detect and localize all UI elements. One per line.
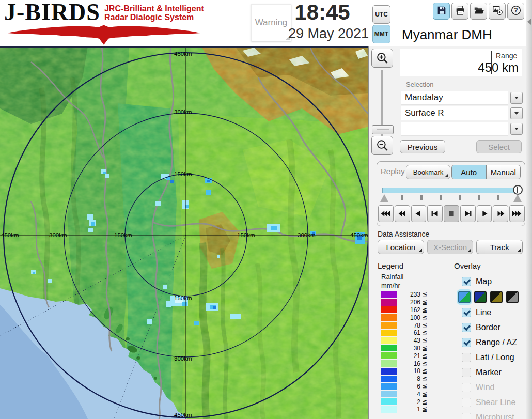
radar-map[interactable]: 450km300km150km150km300km450km450km300km… <box>0 46 368 419</box>
line-checkbox[interactable] <box>462 308 471 317</box>
save-button[interactable] <box>433 3 450 20</box>
replay-panel: Replay Bookmark Auto Manual <box>377 161 525 226</box>
open-folder-button[interactable] <box>470 3 487 20</box>
map-theme-blue-green[interactable] <box>458 291 471 303</box>
legend-color-swatch <box>381 291 397 298</box>
step-forward-button[interactable] <box>460 205 476 222</box>
data-assistance-buttons: LocationX-SectionTrack <box>378 240 523 254</box>
site-dropdown-value[interactable]: Mandalay <box>401 91 508 105</box>
timeline-tick <box>459 195 461 200</box>
legend-color-swatch <box>381 376 397 382</box>
rewind-fast-icon <box>380 210 392 218</box>
forward-button[interactable] <box>493 205 508 222</box>
range-az-checkbox[interactable] <box>462 338 471 347</box>
legend-item: 233≦ <box>381 291 441 299</box>
lte-symbol: ≦ <box>422 406 427 413</box>
legend-item: 162≦ <box>381 306 441 314</box>
site-dropdown: Mandalay <box>401 91 526 105</box>
product-dropdown-button[interactable] <box>510 107 523 119</box>
range-label-300km: 300km <box>174 109 192 115</box>
manual-mode-button[interactable]: Manual <box>487 165 521 179</box>
border-checkbox[interactable] <box>462 323 471 332</box>
replay-timeline[interactable] <box>382 188 519 193</box>
overlay-item-label: Microburst <box>476 413 514 419</box>
legend-value: 10 <box>403 367 420 375</box>
play-back-button[interactable] <box>411 205 427 222</box>
legend-item: 4≦ <box>381 390 441 398</box>
previous-button[interactable]: Previous <box>400 140 445 153</box>
selection-label: Selection <box>406 81 433 88</box>
overlay-item-label: Marker <box>476 368 502 377</box>
zoom-out-button[interactable] <box>371 136 393 155</box>
legend-value: 61 <box>403 329 420 336</box>
option-dropdown <box>401 122 526 136</box>
chevron-down-icon <box>514 128 519 130</box>
legend-item: 61≦ <box>381 329 441 337</box>
legend-color-swatch <box>381 322 397 329</box>
microburst-checkbox[interactable] <box>462 413 471 419</box>
map-checkbox[interactable] <box>462 277 471 286</box>
select-button[interactable]: Select <box>476 140 522 153</box>
lte-symbol: ≦ <box>422 306 427 314</box>
overlay-item-marker: Marker <box>453 365 526 380</box>
logo-tagline-1: JRC-Brilliant & Intelligent <box>104 4 204 13</box>
legend-color-swatch <box>381 360 397 367</box>
print-button[interactable] <box>451 3 468 20</box>
legend-item: 2≦ <box>381 398 441 406</box>
map-theme-navy-darkgreen[interactable] <box>474 291 487 303</box>
lte-symbol: ≦ <box>422 367 427 375</box>
zoom-in-icon <box>375 52 389 65</box>
site-dropdown-button[interactable] <box>510 92 523 104</box>
map-theme-black-gray[interactable] <box>506 291 519 303</box>
lte-symbol: ≦ <box>422 375 427 382</box>
zoom-slider-handle[interactable] <box>372 125 394 134</box>
timeline-end-marker[interactable] <box>513 194 522 202</box>
wind-checkbox[interactable] <box>462 383 471 392</box>
auto-mode-button[interactable]: Auto <box>452 165 487 179</box>
rewind-fast-button[interactable] <box>378 205 394 222</box>
x-section-button[interactable]: X-Section <box>427 240 474 254</box>
timeline-handle[interactable] <box>513 185 523 195</box>
panel-collapse-strip[interactable] <box>526 0 532 419</box>
play-icon <box>479 210 490 218</box>
stop-icon <box>446 210 457 218</box>
add-image-button[interactable] <box>489 3 506 20</box>
option-dropdown-value[interactable] <box>401 122 508 136</box>
map-theme-black-olive[interactable] <box>490 291 503 303</box>
step-forward-icon <box>462 210 474 218</box>
utc-button[interactable]: UTC <box>372 5 390 24</box>
bookmark-button[interactable]: Bookmark <box>406 165 450 179</box>
location-button[interactable]: Location <box>378 240 424 254</box>
range-label-150km: 150km <box>174 171 192 177</box>
playback-controls <box>378 205 525 222</box>
legend-item: 30≦ <box>381 345 441 352</box>
stop-button[interactable] <box>444 205 459 222</box>
legend-item: 21≦ <box>381 352 441 360</box>
map-theme-row <box>453 289 526 305</box>
lte-symbol: ≦ <box>422 329 427 336</box>
timeline-start-marker[interactable] <box>380 194 388 202</box>
mmt-button[interactable]: MMT <box>372 25 390 43</box>
lati-long-checkbox[interactable] <box>462 353 471 362</box>
step-back-button[interactable] <box>427 205 443 222</box>
marker-checkbox[interactable] <box>462 368 471 377</box>
legend-color-swatch <box>381 314 397 321</box>
help-button[interactable]: ? <box>507 3 524 20</box>
toolbar: ? <box>433 3 524 20</box>
rewind-button[interactable] <box>395 205 410 222</box>
lte-symbol: ≦ <box>422 314 427 321</box>
j-birds-app: J-BIRDS JRC-Brilliant & Intelligent Rada… <box>0 0 532 419</box>
range-label-450km: 450km <box>350 232 368 238</box>
shear-line-checkbox[interactable] <box>462 398 471 407</box>
range-label-150km: 150km <box>174 295 192 301</box>
legend-value: 43 <box>403 337 420 344</box>
forward-fast-button[interactable] <box>509 205 525 222</box>
product-dropdown-value[interactable]: Surface R <box>401 106 508 120</box>
track-button[interactable]: Track <box>476 240 523 254</box>
option-dropdown-button[interactable] <box>510 123 523 135</box>
legend-color-swatch <box>381 398 397 405</box>
overlay-item-range-az: Range / AZ <box>453 335 526 350</box>
legend-item: 100≦ <box>381 314 441 321</box>
zoom-in-button[interactable] <box>371 49 393 68</box>
play-button[interactable] <box>477 205 492 222</box>
